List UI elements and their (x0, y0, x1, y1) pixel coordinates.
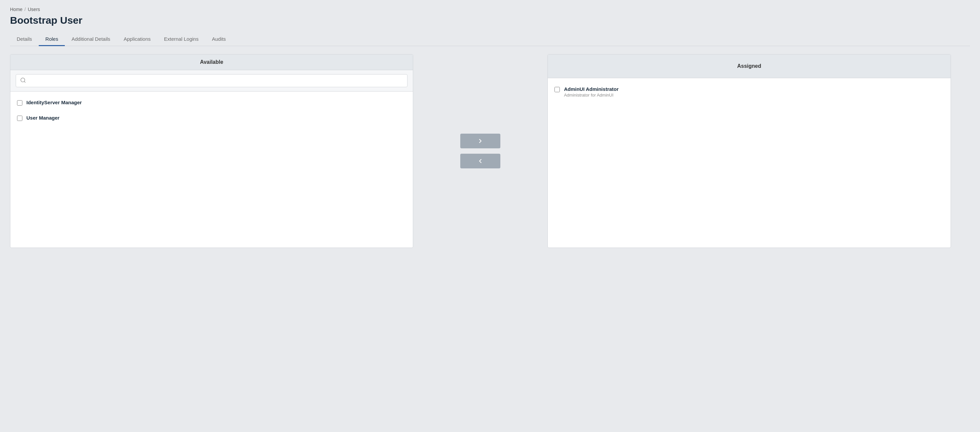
breadcrumb-home[interactable]: Home (10, 7, 22, 12)
tabs-container: Details Roles Additional Details Applica… (10, 33, 970, 46)
svg-line-1 (24, 81, 25, 82)
tab-external-logins[interactable]: External Logins (158, 33, 205, 46)
assigned-panel-header: Assigned (548, 54, 950, 78)
role-info: IdentityServer Manager (26, 100, 82, 105)
transfer-controls (413, 54, 547, 248)
breadcrumb-current[interactable]: Users (28, 7, 40, 12)
search-icon (20, 77, 26, 84)
role-checkbox-adminui[interactable] (554, 87, 560, 92)
role-checkbox-usermanager[interactable] (17, 116, 22, 121)
breadcrumb: Home / Users (10, 7, 970, 12)
list-item[interactable]: IdentityServer Manager (10, 95, 413, 110)
tab-audits[interactable]: Audits (205, 33, 232, 46)
search-input[interactable] (29, 78, 403, 83)
role-info: AdminUI Administrator Administrator for … (564, 86, 619, 97)
role-name: IdentityServer Manager (26, 100, 82, 105)
search-box (16, 74, 407, 87)
role-description: Administrator for AdminUI (564, 92, 619, 97)
search-container (10, 70, 413, 92)
role-name: User Manager (26, 115, 59, 121)
tab-roles[interactable]: Roles (39, 33, 65, 46)
role-info: User Manager (26, 115, 59, 121)
available-panel: Available IdentityServer Mana (10, 54, 413, 248)
available-roles-list: IdentityServer Manager User Manager (10, 92, 413, 129)
assigned-roles-list: AdminUI Administrator Administrator for … (548, 78, 950, 105)
tab-applications[interactable]: Applications (117, 33, 158, 46)
assign-button[interactable] (460, 134, 500, 148)
role-checkbox-identityserver[interactable] (17, 100, 22, 105)
assigned-panel: Assigned AdminUI Administrator Administr… (547, 54, 951, 248)
available-panel-header: Available (10, 54, 413, 70)
page-title: Bootstrap User (10, 15, 970, 26)
unassign-button[interactable] (460, 154, 500, 168)
tab-additional-details[interactable]: Additional Details (65, 33, 117, 46)
role-name: AdminUI Administrator (564, 86, 619, 92)
list-item[interactable]: AdminUI Administrator Administrator for … (548, 81, 950, 102)
breadcrumb-separator: / (24, 7, 26, 12)
content-area: Available IdentityServer Mana (10, 54, 970, 255)
list-item[interactable]: User Manager (10, 110, 413, 126)
tab-details[interactable]: Details (10, 33, 39, 46)
